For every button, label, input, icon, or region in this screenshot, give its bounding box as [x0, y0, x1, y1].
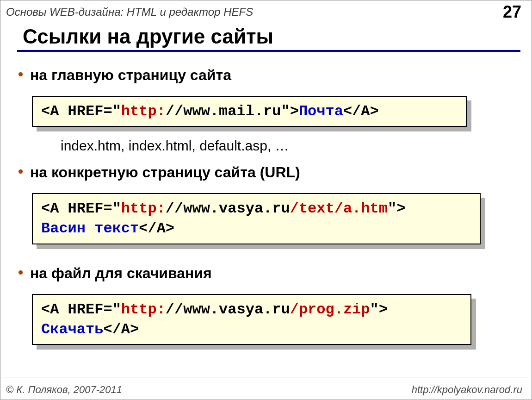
- code-fragment: </A>: [103, 321, 139, 338]
- code-fragment: //www.vasya.ru: [166, 301, 290, 318]
- code-fragment: Васин текст: [41, 220, 139, 237]
- code-fragment: </A>: [139, 220, 174, 237]
- footer-divider: [5, 377, 527, 377]
- code-fragment: http:: [121, 200, 166, 217]
- slide-content: на главную страницу сайта <A HREF="http:…: [0, 52, 532, 353]
- code-specific-page: <A HREF="http://www.vasya.ru/text/a.htm"…: [32, 193, 481, 244]
- breadcrumb: Основы WEB-дизайна: HTML и редактор HEFS: [6, 6, 253, 19]
- code-fragment: <A HREF=": [41, 301, 121, 318]
- copyright-text: © К. Поляков, 2007-2011: [6, 384, 122, 396]
- code-fragment: <A HREF=": [41, 103, 121, 120]
- codebox-main-page: <A HREF="http://www.mail.ru">Почта</A>: [32, 96, 467, 127]
- slide-container: Основы WEB-дизайна: HTML и редактор HEFS…: [0, 0, 532, 400]
- code-fragment: ">: [370, 301, 388, 318]
- code-fragment: </A>: [343, 103, 379, 120]
- code-fragment: /text/a.htm: [290, 200, 388, 217]
- code-main-page: <A HREF="http://www.mail.ru">Почта</A>: [32, 96, 467, 127]
- slide-header: Основы WEB-дизайна: HTML и редактор HEFS…: [0, 0, 532, 22]
- slide-title: Ссылки на другие сайты: [23, 25, 532, 48]
- default-pages-note: index.htm, index.html, default.asp, …: [61, 138, 519, 154]
- slide-footer: © К. Поляков, 2007-2011 http://kpolyakov…: [6, 384, 522, 396]
- code-fragment: //www.mail.ru">: [166, 103, 299, 120]
- footer-url: http://kpolyakov.narod.ru: [412, 384, 522, 396]
- bullet-download: на файл для скачивания: [30, 265, 519, 282]
- code-fragment: /prog.zip: [290, 301, 370, 318]
- code-fragment: <A HREF=": [41, 200, 121, 217]
- bullet-specific-page: на конкретную страницу сайта (URL): [30, 164, 519, 181]
- code-fragment: ">: [388, 200, 405, 217]
- code-fragment: Почта: [299, 103, 343, 120]
- codebox-download: <A HREF="http://www.vasya.ru/prog.zip"> …: [32, 294, 471, 345]
- code-download: <A HREF="http://www.vasya.ru/prog.zip"> …: [32, 294, 471, 345]
- page-number: 27: [503, 2, 521, 22]
- code-fragment: http:: [121, 301, 166, 318]
- header-divider: [5, 22, 527, 22]
- code-fragment: Скачать: [41, 321, 103, 338]
- bullet-main-page: на главную страницу сайта: [30, 67, 519, 84]
- code-fragment: //www.vasya.ru: [166, 200, 290, 217]
- code-fragment: http:: [121, 103, 166, 120]
- codebox-specific-page: <A HREF="http://www.vasya.ru/text/a.htm"…: [32, 193, 481, 244]
